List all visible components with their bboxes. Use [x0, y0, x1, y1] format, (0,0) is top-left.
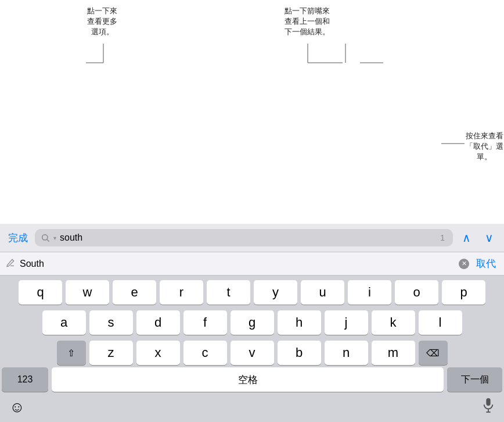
key-j[interactable]: j	[325, 310, 368, 335]
key-h[interactable]: h	[278, 310, 321, 335]
svg-line-8	[47, 239, 49, 242]
key-f[interactable]: f	[183, 310, 227, 335]
key-a[interactable]: a	[42, 310, 86, 335]
key-n[interactable]: n	[325, 341, 368, 365]
key-c[interactable]: c	[183, 341, 227, 365]
num-key[interactable]: 123	[2, 367, 48, 392]
key-row-3: ⇧ z x c v b n m ⌫	[2, 341, 502, 365]
keyboard-rows: q w e r t y u i o p a s d f g h j k l ⇧ …	[0, 276, 504, 367]
key-row-1: q w e r t y u i o p	[2, 280, 502, 305]
key-y[interactable]: y	[254, 280, 297, 305]
nav-down-button[interactable]: ∨	[480, 228, 498, 247]
key-l[interactable]: l	[419, 310, 462, 335]
bottom-row: 123 空格 下一個	[0, 367, 504, 394]
done-button[interactable]: 完成	[6, 231, 30, 245]
search-count: 1	[438, 233, 447, 242]
callout-top-right: 點一下箭嘴來 查看上一個和 下一個結果。	[285, 6, 330, 38]
replace-input[interactable]: South	[20, 259, 454, 269]
space-key[interactable]: 空格	[52, 367, 444, 392]
key-b[interactable]: b	[278, 341, 321, 365]
key-u[interactable]: u	[301, 280, 344, 305]
key-v[interactable]: v	[231, 341, 274, 365]
key-r[interactable]: r	[160, 280, 203, 305]
search-icon	[41, 233, 50, 242]
key-o[interactable]: o	[395, 280, 438, 305]
find-bar: 完成 ▾ south 1 ∧ ∨	[0, 224, 504, 252]
key-d[interactable]: d	[136, 310, 180, 335]
key-k[interactable]: k	[372, 310, 415, 335]
key-s[interactable]: s	[89, 310, 133, 335]
key-w[interactable]: w	[66, 280, 109, 305]
search-box: ▾ south 1	[35, 229, 453, 246]
mic-button[interactable]	[482, 398, 495, 416]
nav-up-button[interactable]: ∧	[458, 228, 476, 247]
key-p[interactable]: p	[442, 280, 485, 305]
callout-right: 按住來查看 「取代」選單。	[465, 131, 504, 163]
replace-button[interactable]: 取代	[474, 257, 498, 270]
key-t[interactable]: t	[207, 280, 250, 305]
key-row-2: a s d f g h j k l	[2, 310, 502, 335]
next-key[interactable]: 下一個	[447, 367, 502, 392]
key-e[interactable]: e	[113, 280, 156, 305]
keyboard-container: 完成 ▾ south 1 ∧ ∨ South ✕ 取代	[0, 224, 504, 422]
search-chevron-icon[interactable]: ▾	[53, 235, 56, 241]
shift-key[interactable]: ⇧	[57, 341, 86, 365]
pencil-icon	[6, 258, 15, 269]
key-q[interactable]: q	[19, 280, 62, 305]
key-x[interactable]: x	[136, 341, 180, 365]
key-z[interactable]: z	[89, 341, 133, 365]
emoji-button[interactable]: ☺	[9, 398, 25, 416]
callout-lines	[0, 0, 504, 174]
svg-rect-9	[486, 398, 490, 406]
search-input[interactable]: south	[60, 233, 434, 243]
clear-button[interactable]: ✕	[459, 259, 469, 269]
replace-bar: South ✕ 取代	[0, 252, 504, 276]
delete-key[interactable]: ⌫	[419, 341, 448, 365]
key-g[interactable]: g	[231, 310, 274, 335]
key-m[interactable]: m	[372, 341, 415, 365]
key-i[interactable]: i	[348, 280, 391, 305]
callout-top-left: 點一下來 查看更多 選項。	[87, 6, 117, 38]
svg-point-7	[42, 235, 48, 240]
emoji-mic-row: ☺	[0, 394, 504, 422]
